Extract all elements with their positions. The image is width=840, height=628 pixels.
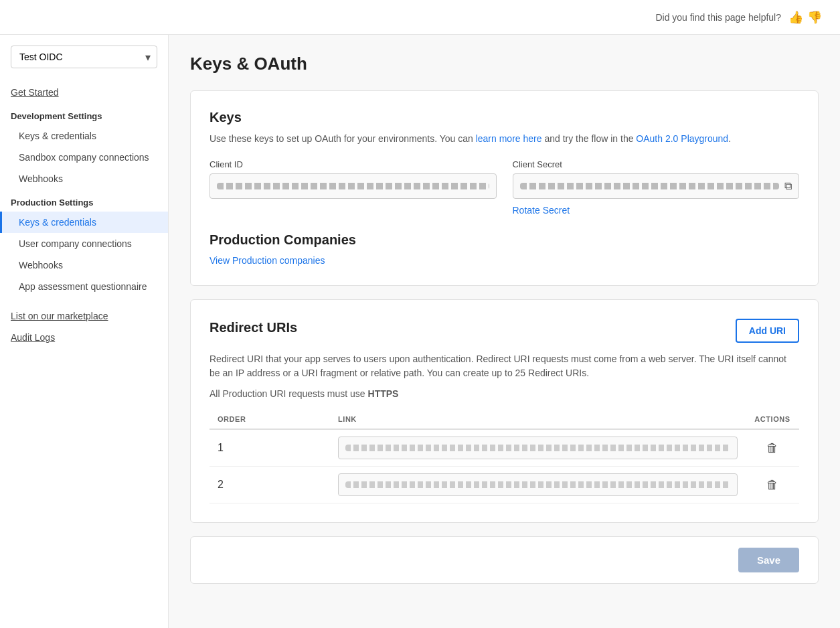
client-secret-group: Client Secret ⧉ Rotate Secret (513, 159, 800, 216)
row-2-order: 2 (209, 467, 330, 503)
table-row: 1 🗑 (209, 429, 799, 467)
row-2-uri-masked (345, 481, 730, 488)
client-secret-label: Client Secret (513, 159, 800, 169)
dev-settings-label: Development Settings (0, 103, 168, 125)
client-secret-input[interactable]: ⧉ (513, 173, 800, 199)
sidebar: Test OIDC Get Started Development Settin… (0, 35, 169, 628)
row-2-uri-input[interactable] (338, 473, 738, 496)
sidebar-item-sandbox-connections[interactable]: Sandbox company connections (0, 147, 168, 168)
thumbs-up-button[interactable]: 👍 (788, 10, 803, 25)
row-1-link (330, 429, 746, 467)
copy-icon[interactable]: ⧉ (784, 180, 792, 192)
redirect-uris-header: Redirect URIs Add URI (209, 319, 799, 343)
top-bar: Did you find this page helpful? 👍 👎 (0, 0, 840, 35)
redirect-uris-title: Redirect URIs (209, 320, 297, 335)
col-header-actions: ACTIONS (746, 410, 799, 429)
client-id-masked (217, 183, 489, 189)
app-select-wrapper[interactable]: Test OIDC (11, 46, 157, 68)
row-1-actions: 🗑 (746, 429, 799, 467)
add-uri-button[interactable]: Add URI (736, 319, 799, 343)
save-card: Save (190, 536, 819, 584)
learn-more-link[interactable]: learn more here (476, 133, 542, 144)
save-button[interactable]: Save (738, 548, 799, 572)
client-id-group: Client ID (209, 159, 497, 216)
sidebar-item-app-assessment[interactable]: App assessment questionnaire (0, 276, 168, 297)
main-content: Keys & OAuth Keys Use these keys to set … (169, 35, 840, 628)
prod-settings-label: Production Settings (0, 189, 168, 212)
sidebar-item-get-started[interactable]: Get Started (0, 82, 168, 103)
sidebar-item-marketplace[interactable]: List on our marketplace (0, 305, 168, 327)
client-secret-masked (520, 183, 780, 189)
row-1-uri-masked (345, 445, 730, 451)
production-companies-title: Production Companies (209, 232, 799, 248)
credentials-fields: Client ID Client Secret ⧉ Rotate Secret (209, 159, 799, 216)
view-production-companies-link[interactable]: View Production companies (209, 255, 325, 266)
keys-description: Use these keys to set up OAuth for your … (209, 132, 799, 146)
playground-link[interactable]: OAuth 2.0 Playground (636, 133, 728, 144)
delete-row-2-button[interactable]: 🗑 (766, 478, 778, 492)
client-id-input[interactable] (209, 173, 497, 199)
rotate-secret-link[interactable]: Rotate Secret (513, 205, 570, 216)
col-header-order: ORDER (209, 410, 330, 429)
sidebar-item-prod-webhooks[interactable]: Webhooks (0, 254, 168, 276)
layout: Test OIDC Get Started Development Settin… (0, 35, 840, 628)
col-header-link: LINK (330, 410, 746, 429)
keys-section-title: Keys (209, 110, 799, 125)
helpful-text: Did you find this page helpful? (655, 12, 781, 23)
sidebar-item-audit-logs[interactable]: Audit Logs (0, 327, 168, 348)
client-id-label: Client ID (209, 159, 497, 169)
sidebar-item-dev-webhooks[interactable]: Webhooks (0, 168, 168, 189)
redirect-desc: Redirect URI that your app serves to use… (209, 352, 799, 380)
thumbs-down-button[interactable]: 👎 (807, 10, 822, 25)
table-row: 2 🗑 (209, 467, 799, 503)
redirect-uris-card: Redirect URIs Add URI Redirect URI that … (190, 299, 819, 523)
https-notice: All Production URI requests must use HTT… (209, 388, 799, 399)
app-select[interactable]: Test OIDC (11, 46, 157, 68)
row-1-order: 1 (209, 429, 330, 467)
uri-table: ORDER LINK ACTIONS 1 (209, 410, 799, 503)
uri-table-header-row: ORDER LINK ACTIONS (209, 410, 799, 429)
row-2-link (330, 467, 746, 503)
keys-card: Keys Use these keys to set up OAuth for … (190, 90, 819, 286)
sidebar-item-dev-keys[interactable]: Keys & credentials (0, 125, 168, 147)
sidebar-item-user-connections[interactable]: User company connections (0, 233, 168, 254)
row-2-actions: 🗑 (746, 467, 799, 503)
sidebar-item-prod-keys[interactable]: Keys & credentials (0, 212, 168, 233)
delete-row-1-button[interactable]: 🗑 (766, 441, 778, 455)
page-title: Keys & OAuth (190, 54, 819, 74)
row-1-uri-input[interactable] (338, 437, 738, 459)
